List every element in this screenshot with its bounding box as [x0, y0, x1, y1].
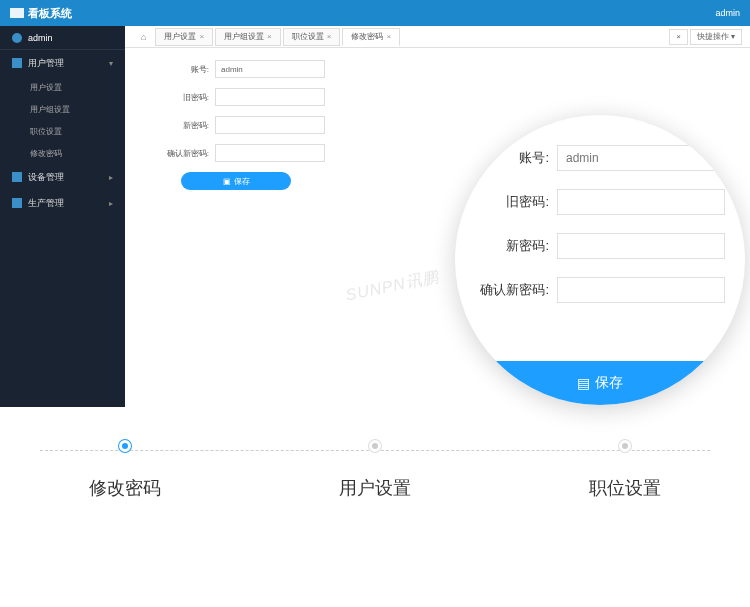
- stepper-item-user-settings: 用户设置: [339, 440, 411, 500]
- old-password-input[interactable]: [215, 88, 325, 106]
- tabs-bar: ⌂ 用户设置 × 用户组设置 × 职位设置 × 修改密码 × × 快捷操作: [125, 26, 750, 48]
- sidebar-user-header[interactable]: admin: [0, 26, 125, 50]
- submenu-position-settings[interactable]: 职位设置: [0, 120, 125, 142]
- tab-change-password[interactable]: 修改密码 ×: [342, 28, 400, 46]
- topbar-user[interactable]: admin: [715, 8, 740, 18]
- tab-position-settings[interactable]: 职位设置 ×: [283, 28, 341, 46]
- save-icon: ▤: [577, 375, 590, 391]
- topbar-left: 看板系统: [10, 6, 72, 21]
- tab-user-settings[interactable]: 用户设置 ×: [155, 28, 213, 46]
- close-icon[interactable]: ×: [386, 32, 391, 41]
- logo-icon: [10, 8, 24, 18]
- avatar-icon: [12, 33, 22, 43]
- save-icon: ▣: [223, 177, 231, 186]
- close-icon[interactable]: ×: [199, 32, 204, 41]
- watermark: SUNPN讯鹏: [344, 266, 441, 306]
- zoom-row-confirm-password: 确认新密码:: [475, 277, 725, 303]
- save-button[interactable]: ▣ 保存: [181, 172, 291, 190]
- stepper-items: 修改密码 用户设置 职位设置: [0, 440, 750, 500]
- submenu-user-settings[interactable]: 用户设置: [0, 76, 125, 98]
- confirm-password-input[interactable]: [215, 144, 325, 162]
- sidebar-username: admin: [28, 33, 53, 43]
- close-all-button[interactable]: ×: [669, 29, 688, 45]
- new-password-input[interactable]: [215, 116, 325, 134]
- zoom-new-password-input[interactable]: [557, 233, 725, 259]
- chevron-right-icon: ▸: [109, 199, 113, 208]
- stepper-item-position-settings: 职位设置: [589, 440, 661, 500]
- stepper-dot-icon: [119, 440, 131, 452]
- stepper-dot-icon: [369, 440, 381, 452]
- stepper-dot-icon: [619, 440, 631, 452]
- menu-user-management[interactable]: 用户管理 ▾: [0, 50, 125, 76]
- zoom-magnifier: 账号: 旧密码: 新密码: 确认新密码: ▤ 保存: [455, 115, 745, 405]
- device-icon: [12, 172, 22, 182]
- app-window: 看板系统 admin admin 用户管理 ▾ 用户设置 用户组设置 职位设置 …: [0, 0, 750, 407]
- quick-action-button[interactable]: 快捷操作 ▾: [690, 29, 742, 45]
- chevron-down-icon: ▾: [731, 32, 735, 41]
- tabs-right: × 快捷操作 ▾: [669, 29, 742, 45]
- chevron-right-icon: ▸: [109, 173, 113, 182]
- tab-home-icon[interactable]: ⌂: [133, 32, 154, 42]
- app-title: 看板系统: [28, 6, 72, 21]
- form-row-account: 账号:: [145, 60, 730, 78]
- zoom-row-old-password: 旧密码:: [475, 189, 725, 215]
- topbar: 看板系统 admin: [0, 0, 750, 26]
- tab-usergroup-settings[interactable]: 用户组设置 ×: [215, 28, 281, 46]
- zoom-old-password-input[interactable]: [557, 189, 725, 215]
- sidebar: admin 用户管理 ▾ 用户设置 用户组设置 职位设置 修改密码 设备管理 ▸…: [0, 26, 125, 407]
- user-icon: [12, 58, 22, 68]
- submenu-change-password[interactable]: 修改密码: [0, 142, 125, 164]
- form-row-old-password: 旧密码:: [145, 88, 730, 106]
- close-icon[interactable]: ×: [327, 32, 332, 41]
- zoom-row-account: 账号:: [475, 145, 725, 171]
- zoom-confirm-password-input[interactable]: [557, 277, 725, 303]
- close-icon[interactable]: ×: [267, 32, 272, 41]
- production-icon: [12, 198, 22, 208]
- stepper: 修改密码 用户设置 职位设置: [0, 440, 750, 500]
- stepper-item-change-password: 修改密码: [89, 440, 161, 500]
- account-input[interactable]: [215, 60, 325, 78]
- submenu-usergroup-settings[interactable]: 用户组设置: [0, 98, 125, 120]
- chevron-down-icon: ▾: [109, 59, 113, 68]
- menu-production-management[interactable]: 生产管理 ▸: [0, 190, 125, 216]
- menu-device-management[interactable]: 设备管理 ▸: [0, 164, 125, 190]
- zoom-row-new-password: 新密码:: [475, 233, 725, 259]
